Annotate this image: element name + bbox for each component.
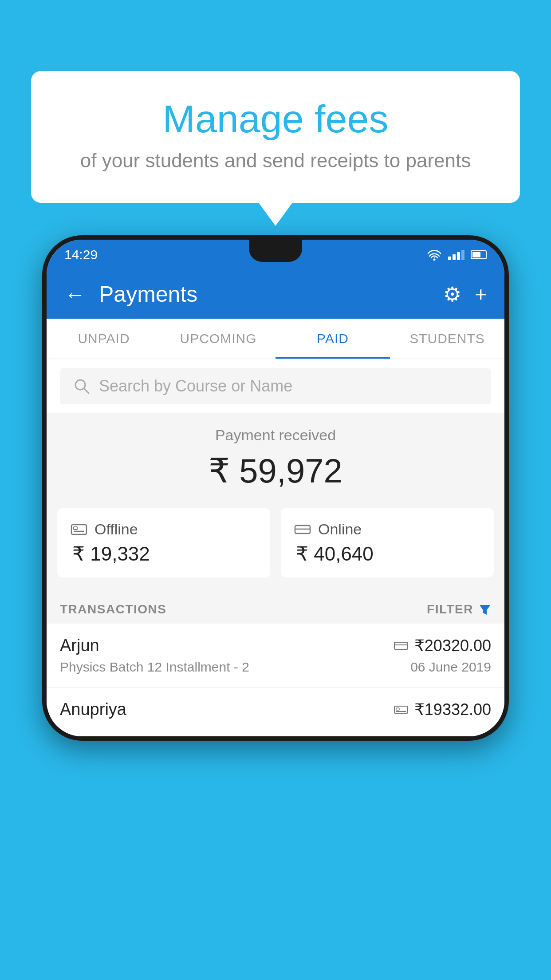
tab-students[interactable]: STUDENTS — [390, 319, 504, 359]
transaction-name: Anupriya — [60, 700, 126, 719]
transaction-top: Arjun ₹20320.00 — [60, 636, 491, 655]
offline-pay-icon — [394, 705, 408, 715]
transaction-name: Arjun — [60, 636, 99, 655]
filter-label: FILTER — [427, 602, 473, 616]
table-row[interactable]: Arjun ₹20320.00 Physics Batch 12 Install… — [47, 624, 504, 688]
battery-icon — [471, 250, 487, 259]
offline-label: Offline — [94, 521, 138, 538]
payment-amount: ₹ 59,972 — [64, 451, 487, 490]
offline-card-header: Offline — [71, 521, 257, 538]
online-pay-icon — [394, 641, 408, 651]
transaction-top: Anupriya ₹19332.00 — [60, 700, 491, 719]
svg-point-0 — [433, 259, 436, 261]
transaction-date: 06 June 2019 — [410, 660, 491, 675]
filter-button[interactable]: FILTER — [427, 602, 491, 616]
offline-card: Offline ₹ 19,332 — [57, 508, 270, 577]
app-header: ← Payments ⚙ + — [47, 270, 504, 319]
svg-rect-9 — [394, 642, 408, 649]
online-card-header: Online — [294, 521, 480, 538]
transaction-bottom: Physics Batch 12 Installment - 2 06 June… — [60, 660, 491, 675]
bubble-title: Manage fees — [67, 98, 484, 141]
online-card: Online ₹ 40,640 — [281, 508, 494, 577]
transaction-list: Arjun ₹20320.00 Physics Batch 12 Install… — [47, 624, 504, 736]
tab-unpaid[interactable]: UNPAID — [47, 319, 161, 359]
phone-wrapper: 14:29 — [42, 235, 509, 741]
transaction-desc: Physics Batch 12 Installment - 2 — [60, 660, 249, 675]
table-row[interactable]: Anupriya ₹19332.00 — [47, 688, 504, 736]
tab-upcoming[interactable]: UPCOMING — [161, 319, 276, 359]
signal-icon — [448, 250, 464, 260]
online-icon — [294, 523, 311, 536]
status-time: 14:29 — [64, 247, 98, 262]
offline-icon — [71, 523, 87, 536]
status-bar: 14:29 — [47, 240, 504, 270]
svg-rect-12 — [396, 708, 399, 710]
search-placeholder: Search by Course or Name — [99, 377, 292, 395]
bubble-subtitle: of your students and send receipts to pa… — [67, 150, 484, 172]
online-amount: ₹ 40,640 — [294, 542, 480, 565]
back-button[interactable]: ← — [64, 282, 86, 307]
transaction-amount-wrap: ₹20320.00 — [394, 636, 491, 655]
add-icon[interactable]: + — [475, 282, 487, 306]
online-label: Online — [318, 521, 362, 538]
payment-received-label: Payment received — [64, 427, 487, 444]
transactions-header: TRANSACTIONS FILTER — [47, 593, 504, 624]
settings-icon[interactable]: ⚙ — [443, 282, 461, 306]
transaction-amount: ₹19332.00 — [414, 700, 491, 719]
status-icons — [427, 249, 487, 261]
svg-rect-4 — [74, 527, 77, 530]
filter-icon — [479, 603, 491, 616]
wifi-icon — [427, 249, 442, 261]
search-icon — [73, 378, 90, 395]
tab-paid[interactable]: PAID — [276, 319, 390, 359]
svg-line-2 — [84, 388, 89, 393]
header-actions: ⚙ + — [443, 282, 487, 306]
offline-amount: ₹ 19,332 — [71, 542, 257, 565]
phone-notch — [249, 240, 302, 262]
speech-bubble-container: Manage fees of your students and send re… — [31, 71, 520, 203]
search-container: Search by Course or Name — [47, 359, 504, 413]
search-bar[interactable]: Search by Course or Name — [60, 368, 491, 404]
payment-summary: Payment received ₹ 59,972 — [47, 413, 504, 508]
svg-marker-8 — [480, 605, 490, 615]
transaction-amount-wrap: ₹19332.00 — [394, 700, 491, 719]
speech-bubble: Manage fees of your students and send re… — [31, 71, 520, 203]
phone-screen: 14:29 — [47, 240, 504, 736]
transaction-amount: ₹20320.00 — [414, 636, 491, 655]
transactions-label: TRANSACTIONS — [60, 602, 166, 616]
tabs-bar: UNPAID UPCOMING PAID STUDENTS — [47, 319, 504, 359]
payment-cards: Offline ₹ 19,332 Online ₹ 40,640 — [47, 508, 504, 593]
header-title: Payments — [99, 281, 443, 307]
phone-device: 14:29 — [42, 235, 509, 741]
